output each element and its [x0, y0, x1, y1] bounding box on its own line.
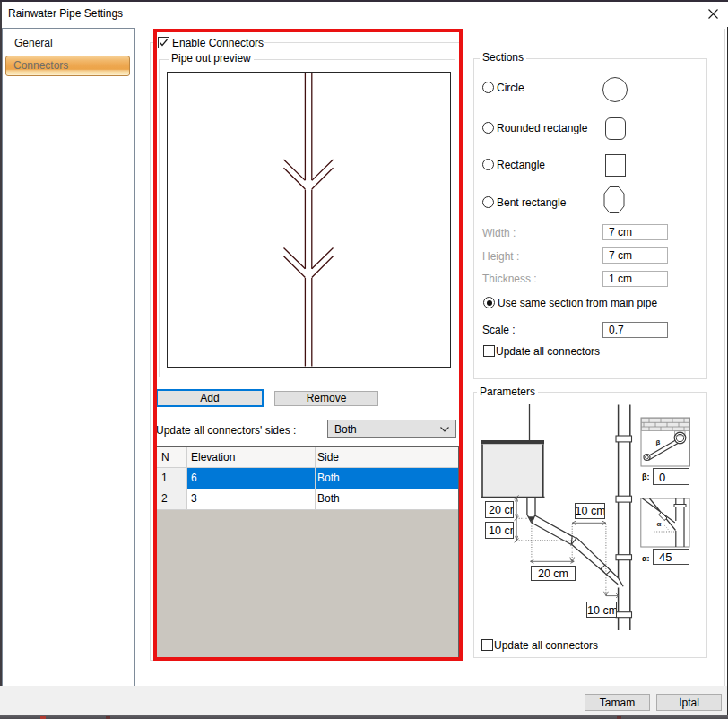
svg-text:α: α: [657, 520, 662, 528]
svg-text:β: β: [656, 438, 661, 446]
